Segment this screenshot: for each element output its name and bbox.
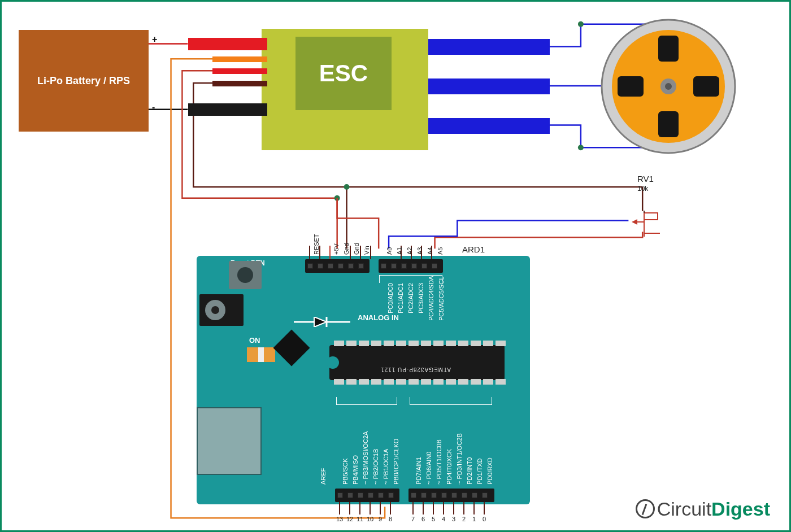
logo-b: Digest [711, 498, 770, 520]
svg-marker-16 [632, 219, 637, 225]
esc-signal-lead [212, 56, 267, 62]
pin-a0: A0 [386, 247, 393, 255]
svg-point-8 [665, 83, 672, 90]
pin-gnd2: Gnd [353, 243, 360, 255]
svg-rect-13 [644, 213, 658, 220]
pin-pc2: PC2/ADC2 [407, 283, 414, 313]
pot-name: RV1 [637, 174, 654, 184]
digital-left-brace [336, 397, 397, 405]
arduino-refdes: ARD1 [462, 245, 485, 254]
usb-port [197, 407, 262, 475]
esc-power-neg [188, 103, 267, 116]
pin-5v: +5V [333, 243, 340, 255]
pin-a1: A1 [396, 247, 403, 255]
digital-right-header [408, 489, 494, 502]
logo-icon [636, 499, 655, 518]
pin-pd1: PD1/TXD [476, 459, 483, 485]
circuitdigest-logo: CircuitDigest [636, 498, 770, 520]
pin-a4: A4 [427, 247, 433, 255]
pin-pb2: ~ PB2/OC1B [372, 449, 379, 485]
esc-phase-b [428, 79, 550, 94]
pin-pc0: PC0/ADC0 [387, 283, 394, 313]
atmega-chip [329, 345, 505, 380]
svg-rect-12 [693, 76, 719, 97]
d9: 9 [379, 516, 382, 522]
esc-power-pos [188, 38, 267, 50]
pin-pb3: ~ PB3/MOSI/OC2A [362, 431, 369, 485]
power-header [305, 259, 370, 273]
digital-right-brace [410, 397, 492, 405]
pin-gnd1: Gnd [343, 243, 350, 255]
diode-icon [294, 317, 350, 327]
d11: 11 [357, 516, 363, 522]
pin-pd4: PD4/T0/XCK [446, 449, 453, 485]
analog-brace [379, 275, 442, 283]
diagram-frame: Li-Po Battery / RPS + - ESC RV1 10k [0, 0, 791, 532]
d10: 10 [367, 516, 373, 522]
reset-button[interactable] [229, 261, 262, 289]
d6: 6 [421, 516, 425, 522]
analog-header [379, 259, 443, 273]
svg-rect-11 [618, 76, 644, 97]
pin-pc1: PC1/ADC1 [397, 283, 404, 313]
pin-pd3: ~ PD3/INT1/OC2B [456, 433, 463, 485]
bldc-motor [601, 19, 736, 154]
svg-point-4 [344, 184, 350, 190]
battery-plus: + [152, 34, 157, 45]
esc-bec-gnd-lead [212, 81, 267, 86]
pin-aref: AREF [320, 468, 327, 485]
potentiometer [632, 211, 660, 239]
pot-value: 10k [637, 185, 648, 193]
pin-pb4: PB4/MISO [352, 455, 359, 485]
pin-pc3: PC3/ADC3 [418, 283, 424, 313]
pin-a5: A5 [437, 247, 444, 255]
pin-pb0: PB0/ICP1/CLKO [393, 439, 399, 485]
on-led-label: ON [249, 336, 260, 345]
d0: 0 [483, 516, 486, 522]
esc-label: ESC [319, 60, 368, 87]
on-led [247, 347, 275, 362]
svg-point-0 [578, 21, 584, 27]
svg-rect-10 [658, 111, 679, 137]
chip-label: ATMEGA328P-PU 1121 [380, 367, 451, 373]
d5: 5 [432, 516, 435, 522]
d13: 13 [336, 516, 343, 522]
analog-in-label: ANALOG IN [358, 313, 399, 322]
pin-pd0: PD0/RXD [486, 457, 493, 485]
pin-pd2: PD2/INT0 [466, 457, 473, 485]
pin-a3: A3 [416, 247, 423, 255]
battery-minus: - [152, 102, 155, 112]
pin-pd6: ~ PD6/AIN0 [425, 452, 432, 485]
battery-label: Li-Po Battery / RPS [37, 75, 130, 87]
esc-phase-c [428, 118, 550, 134]
dc-jack [199, 294, 244, 326]
pin-pb1: ~ PB1/OC1A [383, 449, 389, 485]
svg-marker-20 [314, 317, 327, 327]
d8: 8 [389, 516, 392, 522]
battery-block: Li-Po Battery / RPS [19, 30, 149, 132]
digital-left-header [335, 489, 399, 502]
d2: 2 [462, 516, 466, 522]
pin-vin: Vin [363, 246, 370, 255]
pin-a2: A2 [406, 247, 413, 255]
pin-pb5: PB5/SCK [342, 459, 349, 485]
esc-bec-5v-lead [212, 68, 267, 74]
d7: 7 [411, 516, 415, 522]
esc-inner: ESC [295, 37, 392, 110]
d1: 1 [472, 516, 476, 522]
logo-a: Circuit [657, 498, 711, 520]
pin-reset: RESET [313, 234, 320, 255]
pin-pc5: PC5/ADC5/SCL [438, 277, 445, 321]
svg-point-2 [578, 145, 584, 150]
d3: 3 [452, 516, 455, 522]
d4: 4 [442, 516, 445, 522]
svg-rect-9 [658, 36, 679, 62]
esc-phase-a [428, 39, 550, 55]
pin-pd7: PD7/AIN1 [415, 457, 422, 485]
d12: 12 [346, 516, 353, 522]
pin-pd5: ~ PD5/T1/OC0B [436, 439, 442, 485]
svg-point-3 [334, 195, 340, 201]
